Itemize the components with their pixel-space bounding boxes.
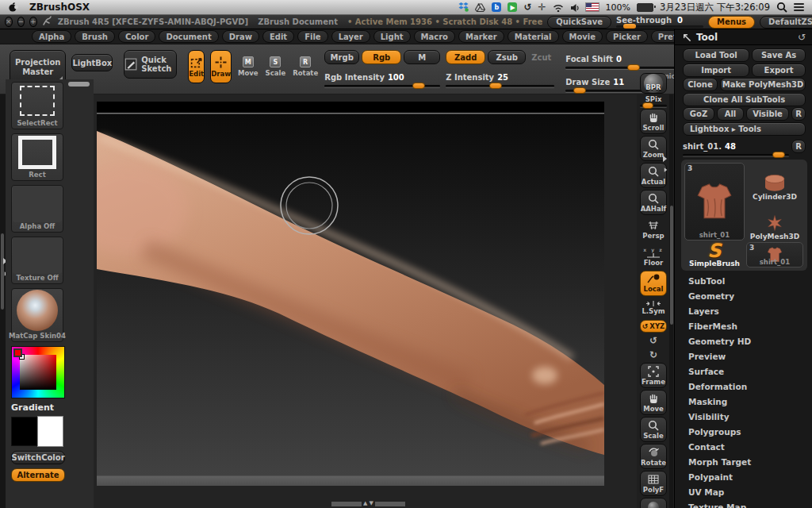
actual-size-button[interactable]: Actual <box>640 163 667 188</box>
menu-movie[interactable]: Movie <box>562 30 603 43</box>
menu-picker[interactable]: Picker <box>606 30 648 43</box>
right-rail-thumb[interactable] <box>670 206 673 325</box>
make-polymesh3d-button[interactable]: Make PolyMesh3D <box>720 78 806 91</box>
panel-divider-arrow2-icon[interactable] <box>665 167 668 172</box>
alpha-tile[interactable]: Alpha Off <box>11 185 63 233</box>
focal-shift-thumb[interactable] <box>627 64 640 71</box>
see-through-thumb[interactable] <box>623 24 636 29</box>
default-zscript-button[interactable]: DefaultZScript <box>760 16 812 29</box>
section-polygroups[interactable]: Polygroups <box>675 425 812 440</box>
rotate-3d-button[interactable]: Rotate <box>640 444 667 469</box>
panel-divider-arrow-icon[interactable] <box>663 156 667 162</box>
secondary-color-swatch[interactable] <box>37 416 63 447</box>
minimize-button[interactable]: − <box>17 17 25 27</box>
aahalf-button[interactable]: AAHalf <box>640 190 667 215</box>
section-preview[interactable]: Preview <box>675 349 812 364</box>
transparency-button[interactable]: Transp <box>640 498 667 508</box>
z-intensity-slider[interactable]: Z Intensity25 <box>446 68 554 87</box>
goz-visible-button[interactable]: Visible <box>746 107 789 121</box>
draw-size-slider[interactable]: Draw Size11 <box>565 73 642 92</box>
simplebrush-tool[interactable]: S SimpleBrush <box>684 242 745 267</box>
section-masking[interactable]: Masking <box>675 394 812 410</box>
refresh-icon[interactable]: ↺ <box>798 32 806 43</box>
close-button[interactable]: × <box>5 17 13 27</box>
apple-menu-icon[interactable] <box>8 2 18 13</box>
scale-3d-button[interactable]: Scale <box>640 417 667 442</box>
xyz-rotation-button[interactable]: ↺ XYZ <box>640 320 667 333</box>
draw-size-thumb[interactable] <box>573 87 586 94</box>
frame-button[interactable]: Frame <box>640 363 667 388</box>
menu-light[interactable]: Light <box>373 30 411 43</box>
tray-resize-handle[interactable] <box>68 82 90 87</box>
tool-r-button[interactable]: R <box>791 140 806 153</box>
goz-button[interactable]: GoZ <box>683 107 714 121</box>
rgb-button[interactable]: Rgb <box>362 50 401 64</box>
clone-all-subtools-button[interactable]: Clone All SubTools <box>683 93 806 106</box>
mrgb-button[interactable]: Mrgb <box>324 50 359 64</box>
lsym-button[interactable]: L.Sym <box>640 298 667 318</box>
spotlight-icon[interactable] <box>776 2 787 13</box>
notification-center-icon[interactable] <box>794 3 804 11</box>
quick-sketch-button[interactable]: Quick Sketch <box>124 50 177 79</box>
google-drive-icon[interactable] <box>475 2 485 13</box>
section-texture-map[interactable]: Texture Map <box>675 500 812 508</box>
active-tool-thumb[interactable] <box>772 152 785 158</box>
rgb-intensity-slider[interactable]: Rgb Intensity100 <box>324 68 440 87</box>
section-subtool[interactable]: SubTool <box>675 274 812 289</box>
stroke-selectrect-tile[interactable]: SelectRect <box>11 82 63 129</box>
goz-all-button[interactable]: All <box>717 107 744 121</box>
time-machine-icon[interactable]: ↺ <box>523 2 531 13</box>
section-layers[interactable]: Layers <box>675 304 812 319</box>
menu-document[interactable]: Document <box>159 30 218 43</box>
local-button[interactable]: Local <box>640 271 667 296</box>
saturation-square[interactable] <box>20 355 56 390</box>
battery-icon[interactable] <box>637 3 653 12</box>
zadd-button[interactable]: Zadd <box>446 50 485 64</box>
rotate-z-button[interactable]: ↻ <box>640 348 667 361</box>
menu-file[interactable]: File <box>297 30 327 43</box>
hscroll-right-segment[interactable] <box>375 502 405 506</box>
edit-button[interactable]: Edit <box>188 50 205 83</box>
texture-tile[interactable]: Texture Off <box>11 237 63 284</box>
persp-button[interactable]: Persp <box>640 217 667 242</box>
switchcolor-button[interactable]: SwitchColor <box>11 451 65 464</box>
quicksave-button[interactable]: QuickSave <box>547 16 611 29</box>
parallels-icon[interactable]: ▶ <box>508 2 517 12</box>
shirt-01-history-tool[interactable]: 3 shirt_01 <box>746 242 803 267</box>
scroll-down-arrow-icon[interactable]: ▼ <box>369 501 373 506</box>
rgb-intensity-thumb[interactable] <box>412 83 425 89</box>
lightbox-button[interactable]: LightBox <box>71 54 113 71</box>
polyframe-button[interactable]: PolyF <box>640 471 667 496</box>
export-button[interactable]: Export <box>752 64 806 77</box>
clone-button[interactable]: Clone <box>683 78 718 91</box>
menu-material[interactable]: Material <box>508 30 559 43</box>
section-morph-target[interactable]: Morph Target <box>675 455 812 470</box>
color-picker[interactable] <box>11 346 65 398</box>
section-geometry-hd[interactable]: Geometry HD <box>675 334 812 349</box>
accessibility-icon[interactable]: ✛ <box>538 2 546 13</box>
tool-palette-header[interactable]: Tool ↺ <box>675 29 812 45</box>
spix-slider[interactable]: SPix <box>640 95 667 107</box>
scroll-up-arrow-icon[interactable]: ▲ <box>363 501 367 506</box>
us-flag-icon[interactable] <box>585 2 599 12</box>
section-contact[interactable]: Contact <box>675 440 812 455</box>
zcut-button[interactable]: Zcut <box>528 53 554 62</box>
section-deformation[interactable]: Deformation <box>675 379 812 394</box>
polymesh3d-tool[interactable]: PolyMesh3D <box>746 214 803 241</box>
menu-macro[interactable]: Macro <box>414 30 455 43</box>
wifi-icon[interactable] <box>553 2 564 13</box>
bpr-render-button[interactable]: BPR <box>640 73 667 94</box>
material-tile[interactable]: MatCap Skin04 <box>11 288 63 342</box>
gradient-label[interactable]: Gradient <box>11 402 54 413</box>
bing-icon[interactable]: b <box>492 2 501 12</box>
move-button[interactable]: M Move <box>237 50 259 83</box>
stroke-rect-tile[interactable]: Rect <box>11 133 63 181</box>
draw-button[interactable]: Draw <box>210 50 232 83</box>
dropbox-icon[interactable] <box>458 2 469 13</box>
scale-button[interactable]: S Scale <box>265 50 287 83</box>
focal-shift-slider[interactable]: Focal Shift0 <box>565 50 675 69</box>
section-geometry[interactable]: Geometry <box>675 289 812 304</box>
menu-brush[interactable]: Brush <box>75 30 115 43</box>
floor-button[interactable]: x y z Floor <box>640 244 667 269</box>
menu-edit[interactable]: Edit <box>262 30 294 43</box>
